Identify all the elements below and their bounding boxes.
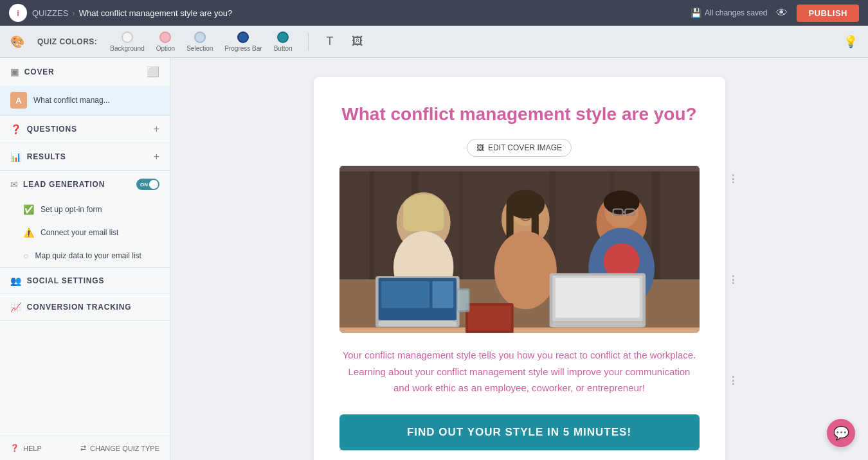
svg-point-19 [494,231,556,309]
save-status: 💾 All changes saved [691,8,767,18]
help-button[interactable]: ❓ HELP [10,444,42,452]
background-dot [122,31,133,43]
toggle-knob [149,180,158,189]
background-label: Background [110,45,144,52]
svg-rect-30 [381,281,429,308]
toolbar-divider-1 [308,33,309,51]
cover-image-container [339,166,700,333]
swatch-option[interactable]: Option [156,31,175,52]
brand-logo: i [9,4,27,22]
email-list-text: Connect your email list [41,228,118,237]
sidebar-cover-section: ▣ COVER ⬜ A What conflict manag... [0,58,170,116]
lead-gen-header[interactable]: ✉ LEAD GENERATION ON [0,171,170,198]
chat-bubble-button[interactable]: 💬 [827,419,855,447]
sidebar-bottom: ❓ HELP ⇄ CHANGE QUIZ TYPE [0,436,170,460]
text-icon-button[interactable]: T [324,32,336,51]
option-dot [159,31,171,43]
progress-bar-dot [237,31,249,43]
option-label: Option [156,45,175,52]
save-status-text: All changes saved [705,8,767,17]
quiz-title: What conflict management style are you? [339,103,700,126]
lightbulb-icon-button[interactable]: 💡 [844,35,858,49]
lead-gen-icon: ✉ [10,179,18,190]
svg-rect-31 [432,281,453,308]
sidebar-lead-gen-section: ✉ LEAD GENERATION ON ✅ Set up opt-in for… [0,171,170,268]
cover-title: ▣ COVER [10,67,55,77]
opt-in-form-item[interactable]: ✅ Set up opt-in form [0,198,170,221]
sidebar-results-section: 📊 RESULTS + [0,143,170,171]
cover-image [339,166,700,333]
email-list-item[interactable]: ⚠️ Connect your email list [0,221,170,244]
quiz-colors-label: QUIZ COLORS: [37,37,97,46]
map-quiz-data-item[interactable]: ○ Map quiz data to your email list [0,244,170,267]
sidebar-questions-section: ❓ QUESTIONS + [0,116,170,143]
image-icon-button[interactable]: 🖼 [349,32,366,51]
cover-item-text: What conflict manag... [33,96,110,105]
progress-bar-label: Progress Bar [224,45,262,52]
results-title: 📊 RESULTS [10,152,66,162]
svg-rect-37 [556,278,640,318]
toggle-label: ON [140,182,148,188]
svg-rect-38 [552,323,642,327]
results-header[interactable]: 📊 RESULTS + [0,143,170,170]
breadcrumb-separator: › [72,8,75,18]
conversion-tracking-header[interactable]: 📈 CONVERSION TRACKING [0,294,170,320]
edit-cover-icon: 🖼 [476,143,484,152]
publish-button[interactable]: PUBLISH [797,4,859,22]
swatch-selection[interactable]: Selection [186,31,213,52]
quiz-card: What conflict management style are you? … [314,77,725,460]
lead-gen-toggle[interactable]: ON [136,179,159,190]
info-dot-2[interactable]: ⋮ [728,274,738,286]
questions-title: ❓ QUESTIONS [10,124,77,134]
toolbar: 🎨 QUIZ COLORS: Background Option Selecti… [0,26,868,58]
cover-item[interactable]: A What conflict manag... [0,85,170,115]
svg-rect-34 [467,306,511,331]
button-dot [277,31,289,43]
chat-bubble-icon: 💬 [833,425,849,441]
change-quiz-type-button[interactable]: ⇄ CHANGE QUIZ TYPE [80,444,159,452]
top-nav: i QUIZZES › What conflict management sty… [0,0,868,26]
selection-dot [194,31,206,43]
info-dot-1[interactable]: ⋮ [728,173,738,185]
sidebar-social-section: 👥 SOCIAL SETTINGS [0,268,170,294]
cover-letter-badge: A [10,92,27,109]
breadcrumb-current: What conflict management style are you? [79,8,232,18]
social-settings-header[interactable]: 👥 SOCIAL SETTINGS [0,268,170,294]
quiz-description: Your conflict management style tells you… [339,347,700,396]
cover-header[interactable]: ▣ COVER ⬜ [0,58,170,85]
svg-rect-3 [369,172,374,279]
questions-add-btn[interactable]: + [154,123,159,135]
swatch-background[interactable]: Background [110,31,144,52]
breadcrumb-quizzes[interactable]: QUIZZES [32,8,68,18]
opt-in-text: Set up opt-in form [41,205,102,214]
social-icon: 👥 [10,276,22,286]
results-add-btn[interactable]: + [154,151,159,163]
save-icon: 💾 [691,8,701,18]
content-area: What conflict management style are you? … [170,58,868,460]
swatch-progress-bar[interactable]: Progress Bar [224,31,262,52]
breadcrumb: QUIZZES › What conflict management style… [32,8,232,18]
questions-header[interactable]: ❓ QUESTIONS + [0,116,170,143]
change-quiz-type-icon: ⇄ [80,444,86,452]
lead-gen-left: ✉ LEAD GENERATION [10,179,105,190]
help-icon: ❓ [10,444,19,452]
svg-rect-12 [402,208,443,231]
map-quiz-text: Map quiz data to your email list [35,251,141,260]
info-dot-3[interactable]: ⋮ [728,375,738,387]
edit-cover-button[interactable]: 🖼 EDIT COVER IMAGE [467,139,572,157]
sidebar-conversion-section: 📈 CONVERSION TRACKING [0,294,170,321]
questions-icon: ❓ [10,124,22,134]
cover-svg [339,166,700,333]
cta-button[interactable]: FIND OUT YOUR STYLE IN 5 MINUTES! [339,414,700,450]
palette-icon[interactable]: 🎨 [10,35,24,49]
cover-collapse-btn[interactable]: ⬜ [147,66,159,78]
svg-rect-5 [459,172,463,279]
results-icon: 📊 [10,152,22,162]
selection-label: Selection [186,45,213,52]
swatch-button[interactable]: Button [274,31,293,52]
preview-button[interactable]: 👁 [776,6,788,20]
color-swatches: Background Option Selection Progress Bar… [110,31,292,52]
info-dots: ⋮ ⋮ ⋮ [728,77,738,460]
social-settings-title: 👥 SOCIAL SETTINGS [10,276,104,286]
button-label: Button [274,45,293,52]
